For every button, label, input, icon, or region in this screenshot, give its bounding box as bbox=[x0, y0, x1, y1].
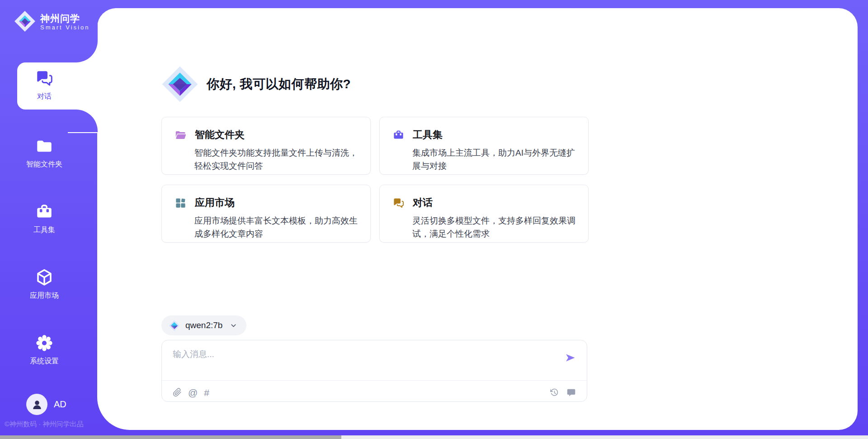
sidebar-item-label: 系统设置 bbox=[30, 357, 59, 366]
hashtag-icon: # bbox=[204, 388, 209, 397]
sidebar-item-chat[interactable]: 对话 bbox=[0, 69, 89, 101]
cube-icon bbox=[35, 268, 54, 287]
card-description: 灵活切换多模型文件，支持多样回复效果调试，满足个性化需求 bbox=[412, 214, 580, 240]
sidebar-item-label: 智能文件夹 bbox=[26, 160, 62, 169]
chat-icon bbox=[392, 197, 405, 209]
composer-divider bbox=[162, 380, 587, 381]
comments-button[interactable] bbox=[566, 388, 576, 397]
sidebar: 对话 智能文件夹 工具集 应用市场 bbox=[0, 0, 89, 439]
model-name: qwen2:7b bbox=[185, 320, 222, 330]
message-input[interactable] bbox=[173, 348, 561, 377]
card-description: 集成市场上主流工具，助力AI与外界无缝扩展与对接 bbox=[412, 146, 580, 172]
composer: @ # bbox=[161, 340, 587, 402]
scrollbar-thumb[interactable] bbox=[0, 435, 341, 439]
sidebar-item-label: 工具集 bbox=[33, 225, 55, 235]
sidebar-footer: ©神州数码 · 神州问学出品 bbox=[5, 420, 83, 429]
chevron-down-icon bbox=[230, 322, 237, 329]
card-smart-folder[interactable]: 智能文件夹 智能文件夹功能支持批量文件上传与清洗，轻松实现文件问答 bbox=[161, 117, 371, 175]
card-description: 应用市场提供丰富长文本模板，助力高效生成多样化文章内容 bbox=[194, 214, 363, 240]
history-button[interactable] bbox=[550, 388, 559, 397]
briefcase-icon bbox=[392, 129, 405, 141]
horizontal-scrollbar[interactable] bbox=[0, 435, 868, 439]
at-icon: @ bbox=[188, 388, 198, 397]
folder-icon bbox=[35, 137, 54, 156]
card-chat[interactable]: 对话 灵活切换多模型文件，支持多样回复效果调试，满足个性化需求 bbox=[379, 185, 589, 243]
send-icon bbox=[565, 352, 576, 363]
avatar bbox=[26, 394, 47, 415]
folder-open-icon bbox=[175, 129, 187, 141]
send-button[interactable] bbox=[565, 352, 576, 363]
card-toolset[interactable]: 工具集 集成市场上主流工具，助力AI与外界无缝扩展与对接 bbox=[379, 117, 589, 175]
diamond-logo-icon bbox=[169, 320, 180, 331]
card-title: 应用市场 bbox=[195, 196, 235, 210]
sidebar-item-tools[interactable]: 工具集 bbox=[0, 202, 89, 235]
feature-cards: 智能文件夹 智能文件夹功能支持批量文件上传与清洗，轻松实现文件问答 工具集 集成… bbox=[161, 117, 589, 243]
sidebar-item-market[interactable]: 应用市场 bbox=[0, 268, 89, 301]
page-title: 你好, 我可以如何帮助你? bbox=[207, 76, 351, 93]
card-title: 智能文件夹 bbox=[195, 128, 245, 142]
gear-icon bbox=[35, 334, 54, 353]
attach-button[interactable] bbox=[173, 388, 182, 397]
card-title: 工具集 bbox=[413, 128, 443, 142]
hashtag-button[interactable]: # bbox=[204, 388, 209, 397]
paperclip-icon bbox=[173, 388, 182, 397]
user-initials: AD bbox=[54, 399, 66, 410]
history-icon bbox=[550, 388, 559, 397]
mention-button[interactable]: @ bbox=[188, 388, 198, 397]
comment-icon bbox=[566, 388, 576, 397]
chat-icon bbox=[35, 69, 54, 88]
sidebar-item-settings[interactable]: 系统设置 bbox=[0, 334, 89, 366]
grid-icon bbox=[175, 197, 187, 209]
sidebar-item-label: 应用市场 bbox=[30, 291, 59, 301]
person-icon bbox=[31, 398, 43, 411]
sidebar-item-label: 对话 bbox=[37, 92, 52, 101]
model-selector[interactable]: qwen2:7b bbox=[161, 315, 246, 335]
toolbox-icon bbox=[35, 202, 54, 221]
greeting-logo-icon bbox=[161, 66, 198, 103]
card-app-market[interactable]: 应用市场 应用市场提供丰富长文本模板，助力高效生成多样化文章内容 bbox=[161, 185, 371, 243]
card-description: 智能文件夹功能支持批量文件上传与清洗，轻松实现文件问答 bbox=[194, 146, 363, 172]
card-title: 对话 bbox=[413, 196, 433, 210]
sidebar-item-folders[interactable]: 智能文件夹 bbox=[0, 137, 89, 169]
greeting: 你好, 我可以如何帮助你? bbox=[161, 66, 351, 103]
user-chip[interactable]: AD bbox=[26, 394, 66, 415]
